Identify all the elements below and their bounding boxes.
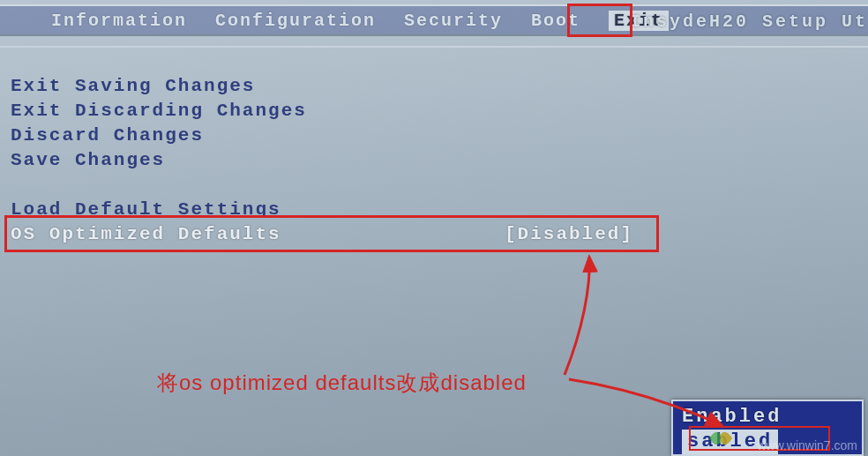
discard-changes[interactable]: Discard Changes: [11, 123, 868, 148]
os-optimized-defaults-value: [Disabled]: [505, 222, 633, 247]
bios-screen: Information Configuration Security Boot …: [0, 0, 868, 456]
menu-bar: Information Configuration Security Boot …: [0, 4, 868, 36]
annotation-text: 将os optimized defaults改成disabled: [157, 369, 527, 397]
save-changes[interactable]: Save Changes: [11, 148, 868, 173]
option-popup: Enabled sabled: [671, 400, 864, 456]
menu-item-boot[interactable]: Boot: [531, 11, 580, 31]
load-default-settings-label: Load Default Settings: [11, 198, 505, 222]
utility-title: InsydeH20 Setup Ut: [630, 11, 868, 32]
menu-item-configuration[interactable]: Configuration: [215, 11, 376, 31]
os-optimized-defaults-label: OS Optimized Defaults: [11, 222, 505, 247]
menu-item-security[interactable]: Security: [404, 11, 503, 31]
menu: Information Configuration Security Boot …: [51, 11, 669, 31]
load-default-settings[interactable]: Load Default Settings: [11, 198, 868, 222]
exit-saving-changes[interactable]: Exit Saving Changes: [11, 74, 868, 99]
exit-discarding-changes[interactable]: Exit Discarding Changes: [11, 99, 868, 123]
option-enabled[interactable]: Enabled: [682, 405, 853, 430]
menu-item-information[interactable]: Information: [51, 11, 187, 31]
os-optimized-defaults[interactable]: OS Optimized Defaults [Disabled]: [11, 222, 868, 247]
option-disabled[interactable]: sabled: [682, 430, 778, 454]
